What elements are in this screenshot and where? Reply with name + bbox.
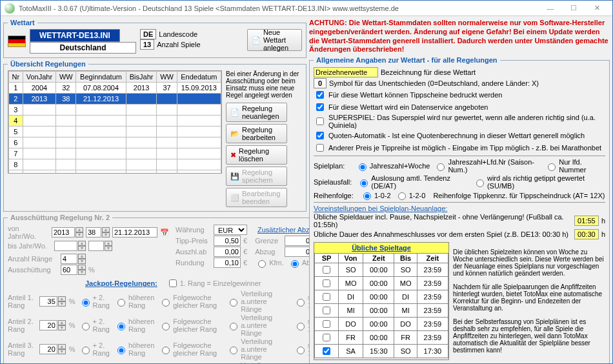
table-row[interactable]: 9 <box>9 170 221 174</box>
rules-col-header[interactable]: BisJahr <box>126 72 157 83</box>
from-year-input[interactable] <box>52 227 75 238</box>
rank-pct-input[interactable] <box>39 296 57 307</box>
duration1-input[interactable] <box>574 216 599 226</box>
window-title: TotoMaxIII - 3.0.67 (U)ltimate-Version -… <box>19 5 539 12</box>
jackpot-radio[interactable] <box>162 347 170 354</box>
quoten-check[interactable] <box>316 132 324 139</box>
flag-icon <box>8 35 26 47</box>
designation-input[interactable] <box>314 67 378 77</box>
currency-select[interactable]: EUR <box>214 225 247 235</box>
distribution-legend: Ausschüttung Regelung Nr. 2 <box>8 214 112 221</box>
table-row[interactable]: 120043207.08.200420133715.09.2013 <box>9 83 221 94</box>
plan-lfdno-radio[interactable] <box>548 163 556 171</box>
preset-header: Voreinstellungen bei Spielplan-Neuanlage… <box>314 205 605 212</box>
wettart-group: Wettart WETTART-DE13.INI Deutschland DE … <box>3 19 306 58</box>
plan-yearno-radio[interactable] <box>437 163 445 171</box>
jackpot-radio[interactable] <box>230 299 237 307</box>
warning-text: ACHTUNG: Die Wettart-Stammdaten sollten … <box>309 19 610 54</box>
table-row[interactable]: 220133821.12.2013 <box>9 94 221 105</box>
table-row[interactable]: 7 <box>9 148 221 159</box>
rule-end-button: ⬜Bearbeitung beenden <box>226 188 287 207</box>
new-wettart-button[interactable]: 📄 Neue Wettart anlegen <box>247 29 302 51</box>
distribution-pct-input[interactable] <box>61 265 77 275</box>
rules-table[interactable]: NrVonJahrWWBeginndatumBisJahrWWEndedatum… <box>8 71 221 174</box>
single-winner-check[interactable] <box>169 279 177 287</box>
table-row[interactable]: 3 <box>9 105 221 116</box>
rules-col-header[interactable]: WW <box>157 72 177 83</box>
close-button[interactable]: ✕ <box>585 1 608 15</box>
new-file-icon: 📄 <box>252 36 261 45</box>
kfm-radio[interactable] <box>258 260 266 268</box>
cancel-correct-radio[interactable] <box>476 179 484 187</box>
matchday-row: DI00:00DI23:59 <box>315 290 448 304</box>
stop-icon: ⬜ <box>230 194 239 202</box>
rank-pct-input[interactable] <box>39 344 57 354</box>
rank-pct-input[interactable] <box>39 320 57 330</box>
superspiel-check[interactable] <box>316 117 324 125</box>
day-check[interactable] <box>323 307 330 314</box>
rules-col-header[interactable]: WW <box>56 72 76 83</box>
new-icon: 📄 <box>230 108 239 117</box>
rules-col-header[interactable]: VonJahr <box>23 72 56 83</box>
folder-icon: 📂 <box>230 130 239 138</box>
jackpot-radio[interactable] <box>297 299 305 307</box>
distribution-group: Ausschüttung Regelung Nr. 2 von Jahr/Wo.… <box>3 214 338 363</box>
jackpot-radio[interactable] <box>82 323 90 330</box>
rules-col-header[interactable]: Nr <box>9 72 23 83</box>
rounding-input[interactable] <box>214 258 241 268</box>
minimize-button[interactable]: — <box>539 1 562 15</box>
duration2-input[interactable] <box>574 229 599 239</box>
day-check[interactable] <box>323 320 330 328</box>
deduction-input[interactable] <box>285 247 312 257</box>
jackpot-radio[interactable] <box>117 299 125 307</box>
to-year-input[interactable] <box>54 241 77 251</box>
cancel-draw-radio[interactable] <box>360 179 368 187</box>
rule-delete-button[interactable]: ✖Regelung löschen <box>226 145 287 165</box>
jackpot-radio[interactable] <box>162 323 170 330</box>
jackpot-radio[interactable] <box>297 323 305 330</box>
jackpot-radio[interactable] <box>82 299 90 307</box>
dataservice-check[interactable] <box>316 103 324 111</box>
payout-from-input[interactable] <box>214 247 241 257</box>
day-check[interactable] <box>323 279 330 287</box>
day-check[interactable] <box>323 334 330 341</box>
table-row[interactable]: 6 <box>9 137 221 148</box>
other-price-check[interactable] <box>316 144 324 152</box>
maximize-button[interactable]: ☐ <box>562 1 585 15</box>
plan-yearweek-radio[interactable] <box>359 163 367 171</box>
draw-symbol: 0 <box>314 78 327 88</box>
table-row[interactable]: 4 <box>9 116 221 126</box>
day-check[interactable] <box>323 266 330 274</box>
rules-col-header[interactable]: Beginndatum <box>76 72 126 83</box>
day-check[interactable] <box>323 347 330 355</box>
rules-col-header[interactable]: Endedatum <box>177 72 221 83</box>
jackpot-radio[interactable] <box>117 323 125 330</box>
jackpot-radio[interactable] <box>297 347 305 354</box>
tip-price-input[interactable] <box>214 236 241 246</box>
matchdays-table: SPVonZeitBisZeit SO00:00SO23:59MO00:00MO… <box>314 253 448 358</box>
jackpot-radio[interactable] <box>82 347 90 354</box>
from-date-input[interactable] <box>112 227 157 238</box>
jackpot-radio[interactable] <box>230 347 237 354</box>
from-week-input[interactable] <box>86 227 101 238</box>
to-week-input[interactable] <box>88 241 104 251</box>
rule-new-button[interactable]: 📄Regelung neuanlegen <box>226 103 287 122</box>
abrunden-radio[interactable] <box>291 260 299 268</box>
rule-edit-button[interactable]: 📂Regelung bearbeiten <box>226 124 287 143</box>
matchday-row: DO00:00DO23:59 <box>315 318 448 331</box>
jackpot-radio[interactable] <box>230 323 237 330</box>
country-code: DE <box>140 29 156 39</box>
day-check[interactable] <box>323 293 330 301</box>
print-tickets-check[interactable] <box>316 91 324 99</box>
table-row[interactable]: 5 <box>9 126 221 137</box>
limit-input[interactable] <box>285 236 312 246</box>
country-label: Deutschland <box>30 42 136 54</box>
num-ranks-input[interactable] <box>61 254 77 264</box>
jackpot-radio[interactable] <box>162 299 170 307</box>
calendar-icon[interactable]: 📅 <box>160 228 169 237</box>
order-102-radio[interactable] <box>363 192 371 200</box>
jackpot-radio[interactable] <box>117 347 125 354</box>
order-120-radio[interactable] <box>398 192 406 200</box>
titlebar: TotoMaxIII - 3.0.67 (U)ltimate-Version -… <box>1 1 612 16</box>
table-row[interactable]: 8 <box>9 159 221 170</box>
